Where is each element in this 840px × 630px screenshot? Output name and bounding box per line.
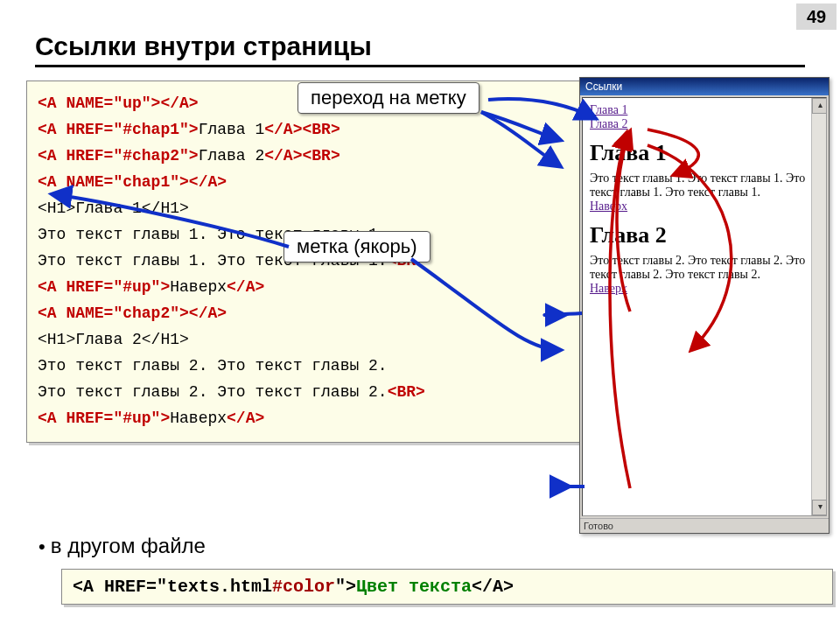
code-line: "> [335,577,356,597]
code-line: <A HREF="#chap2"> [38,147,199,164]
page-title: Ссылки внутри страницы [35,32,805,67]
code-line: <A HREF="#up"> [38,278,170,296]
callout-anchor: метка (якорь) [284,231,430,262]
browser-body: Глава 1 Глава 2 Глава 1 Это текст главы … [582,97,827,516]
code-line: </A> [472,577,514,597]
code-line: Это текст главы 2. Это текст главы 2. [38,357,388,374]
code-link-text: Цвет текста [356,577,472,597]
code-line: <BR> [388,383,425,401]
preview-link-up2[interactable]: Наверх [590,282,627,295]
code-line: </A> [227,278,264,296]
code-line: </A> [227,410,264,427]
code-line: Наверх [170,278,227,296]
code-line: </A><BR> [264,147,340,164]
preview-body-chap1: Это текст главы 1. Это текст главы 1. Эт… [590,172,819,200]
preview-h1-chap1: Глава 1 [590,140,819,166]
callout-goto-anchor: переход на метку [298,82,480,114]
preview-h1-chap2: Глава 2 [590,222,819,248]
browser-preview: Ссылки Глава 1 Глава 2 Глава 1 Это текст… [579,77,830,534]
code-line: Глава 1 [199,121,265,138]
browser-statusbar: Готово [580,518,829,533]
code-line: </A><BR> [264,121,340,138]
scrollbar[interactable]: ▴ ▾ [811,98,826,515]
page-number: 49 [796,4,836,30]
code-line: <A HREF="texts.html [73,577,272,597]
code-line: <A NAME="up"></A> [38,94,199,112]
code-line: <A NAME="chap1"></A> [38,173,227,191]
code-box-otherfile: <A HREF="texts.html#color">Цвет текста</… [61,569,833,605]
preview-link-chap1[interactable]: Глава 1 [590,103,627,116]
code-line: Глава 2 [199,147,265,164]
preview-link-chap2[interactable]: Глава 2 [590,117,627,130]
code-line: <H1>Глава 1</H1> [38,200,189,217]
code-line: <A HREF="#up"> [38,410,170,427]
code-line: <A HREF="#chap1"> [38,121,199,138]
code-fragment: #color [272,577,335,597]
code-line: <A NAME="chap2"></A> [38,304,227,322]
preview-body-chap2: Это текст главы 2. Это текст главы 2. Эт… [590,254,819,282]
bullet-other-file: в другом файле [38,534,206,558]
code-line: Наверх [170,410,227,427]
browser-titlebar: Ссылки [580,78,829,95]
scroll-down-icon[interactable]: ▾ [812,500,827,515]
code-line: Это текст главы 2. Это текст главы 2. [38,383,388,401]
preview-link-up1[interactable]: Наверх [590,200,627,213]
scroll-up-icon[interactable]: ▴ [812,98,827,114]
code-line: <H1>Глава 2</H1> [38,331,189,348]
